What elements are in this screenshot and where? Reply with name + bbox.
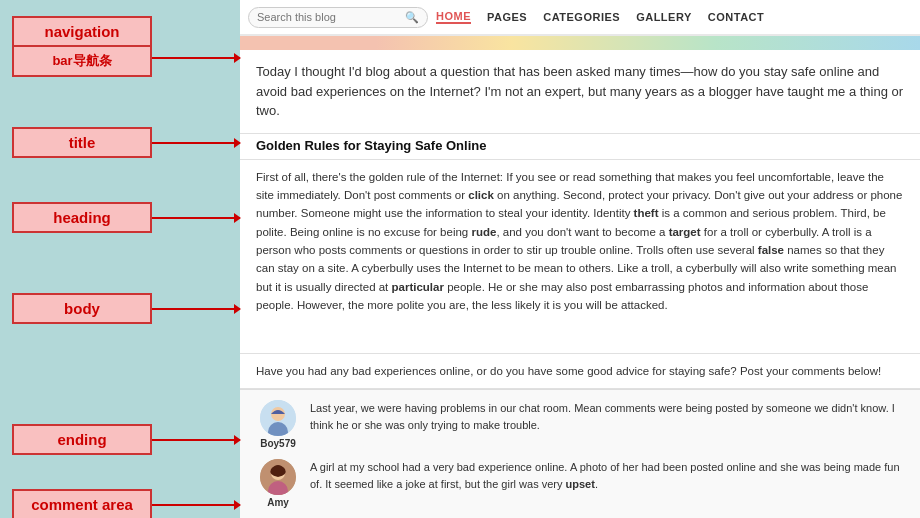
search-box[interactable]: 🔍 bbox=[248, 7, 428, 28]
body-annotation-label: body bbox=[12, 293, 152, 324]
nav-arrow bbox=[152, 57, 240, 59]
title-arrow bbox=[152, 142, 240, 144]
avatar-boy579-image bbox=[260, 400, 296, 436]
comment-username-amy: Amy bbox=[267, 497, 289, 508]
heading-section: Golden Rules for Staying Safe Online bbox=[240, 134, 920, 160]
heading-text: Golden Rules for Staying Safe Online bbox=[256, 138, 904, 153]
search-icon: 🔍 bbox=[405, 11, 419, 24]
ending-annotation-label: ending bbox=[12, 424, 152, 455]
nav-links: HOME PAGES CATEGORIES GALLERY CONTACT bbox=[436, 10, 764, 24]
color-strip bbox=[240, 36, 920, 50]
avatar-amy bbox=[260, 459, 296, 495]
nav-annotation-label2: bar导航条 bbox=[12, 45, 152, 77]
heading-annotation-label: heading bbox=[12, 202, 152, 233]
content-panel: 🔍 HOME PAGES CATEGORIES GALLERY CONTACT … bbox=[240, 0, 920, 518]
comment-text-amy: A girl at my school had a very bad exper… bbox=[310, 459, 904, 492]
comment-user-amy: Amy bbox=[256, 459, 300, 508]
comment-user-boy579: Boy579 bbox=[256, 400, 300, 449]
avatar-boy579 bbox=[260, 400, 296, 436]
title-section: Today I thought I'd blog about a questio… bbox=[240, 50, 920, 134]
nav-link-contact[interactable]: CONTACT bbox=[708, 11, 764, 23]
comment-item-boy579: Boy579 Last year, we were having problem… bbox=[256, 400, 904, 449]
comment-arrow bbox=[152, 504, 240, 506]
nav-link-gallery[interactable]: GALLERY bbox=[636, 11, 692, 23]
nav-link-pages[interactable]: PAGES bbox=[487, 11, 527, 23]
comment-text-boy579: Last year, we were having problems in ou… bbox=[310, 400, 904, 433]
ending-section: Have you had any bad experiences online,… bbox=[240, 354, 920, 389]
comment-username-boy579: Boy579 bbox=[260, 438, 296, 449]
ending-text: Have you had any bad experiences online,… bbox=[256, 362, 904, 380]
nav-annotation-label: navigation bbox=[12, 16, 152, 47]
nav-link-categories[interactable]: CATEGORIES bbox=[543, 11, 620, 23]
search-input[interactable] bbox=[257, 11, 401, 23]
heading-arrow bbox=[152, 217, 240, 219]
ending-arrow bbox=[152, 439, 240, 441]
comment-annotation-label: comment area bbox=[12, 489, 152, 518]
body-arrow bbox=[152, 308, 240, 310]
avatar-amy-image bbox=[260, 459, 296, 495]
comment-section: Boy579 Last year, we were having problem… bbox=[240, 389, 920, 518]
navigation-bar: 🔍 HOME PAGES CATEGORIES GALLERY CONTACT bbox=[240, 0, 920, 36]
annotation-panel: navigation bar导航条 title heading bbox=[0, 0, 240, 518]
body-text: First of all, there's the golden rule of… bbox=[256, 168, 904, 315]
nav-link-home[interactable]: HOME bbox=[436, 10, 471, 24]
body-section: First of all, there's the golden rule of… bbox=[240, 160, 920, 354]
title-text: Today I thought I'd blog about a questio… bbox=[256, 62, 904, 121]
comment-item-amy: Amy A girl at my school had a very bad e… bbox=[256, 459, 904, 508]
title-annotation-label: title bbox=[12, 127, 152, 158]
